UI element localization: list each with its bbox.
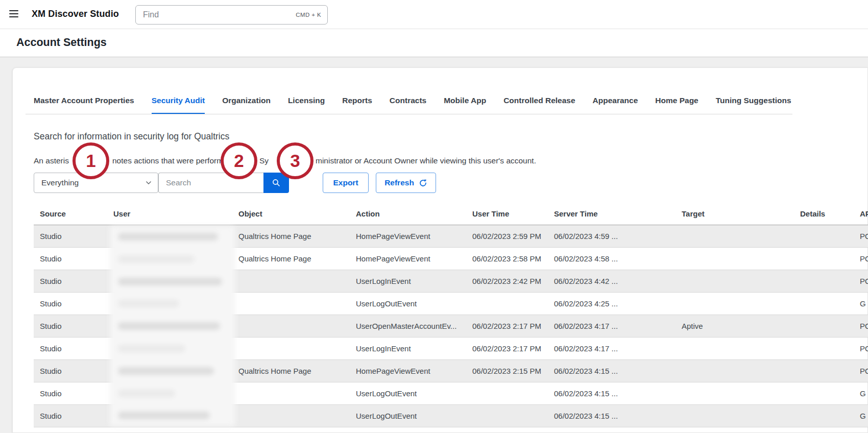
refresh-button[interactable]: Refresh: [376, 173, 436, 193]
cell-details: [800, 270, 860, 292]
cell-api: PO: [860, 225, 868, 247]
export-button-label: Export: [333, 178, 358, 187]
cell-action: UserLogOutEvent: [356, 404, 472, 427]
cell-user_time: 06/02/2023 2:15 PM: [472, 359, 554, 382]
cell-target: [682, 404, 800, 427]
cell-target: [682, 270, 800, 292]
cell-action: UserLogInEvent: [356, 270, 472, 292]
cell-user_time: 06/02/2023 2:58 PM: [472, 247, 554, 270]
refresh-button-label: Refresh: [384, 178, 414, 187]
cell-details: [800, 315, 860, 337]
cell-object: [238, 404, 356, 427]
section-title: Search for information in security log f…: [34, 131, 229, 142]
redacted-user-name: [118, 345, 185, 352]
tab-home-page[interactable]: Home Page: [655, 96, 698, 114]
cell-details: [800, 359, 860, 382]
cell-source: Studio: [34, 359, 113, 382]
annotation-callout-2: 2: [221, 142, 257, 179]
cell-source: Studio: [34, 315, 113, 337]
redacted-user-name: [118, 412, 210, 419]
redacted-user-name: [118, 255, 195, 263]
redacted-user-name: [118, 390, 175, 397]
tab-mobile-app[interactable]: Mobile App: [444, 96, 486, 114]
note-text-fragment: notes actions that were perform: [112, 156, 223, 165]
tab-reports[interactable]: Reports: [342, 96, 372, 114]
cell-target: [682, 359, 800, 382]
find-input[interactable]: Find CMD + K: [135, 5, 328, 25]
cell-server_time: 06/02/2023 4:58 ...: [554, 247, 682, 270]
cell-target: [682, 225, 800, 247]
cell-user_time: [472, 292, 554, 315]
note-text-fragment: An asteris: [34, 156, 69, 165]
cell-details: [800, 247, 860, 270]
column-header-object: Object: [238, 203, 356, 225]
chevron-down-icon: [146, 181, 152, 185]
redacted-user-name: [118, 322, 220, 330]
column-header-action: Action: [356, 203, 472, 225]
search-icon: [272, 178, 281, 187]
column-header-target: Target: [682, 203, 800, 225]
column-header-user_time: User Time: [472, 203, 554, 225]
cell-object: [238, 382, 356, 404]
tab-licensing[interactable]: Licensing: [288, 96, 325, 114]
tab-organization[interactable]: Organization: [222, 96, 271, 114]
page-title: Account Settings: [16, 36, 107, 49]
cell-server_time: 06/02/2023 4:42 ...: [554, 270, 682, 292]
tab-tuning-suggestions[interactable]: Tuning Suggestions: [716, 96, 791, 114]
cell-source: Studio: [34, 404, 113, 427]
cell-api: PO: [860, 337, 868, 359]
tab-security-audit[interactable]: Security Audit: [152, 96, 205, 114]
cell-server_time: 06/02/2023 4:15 ...: [554, 404, 682, 427]
cell-action: HomePageViewEvent: [356, 247, 472, 270]
annotation-callout-3: 3: [277, 142, 314, 179]
cell-object: [238, 270, 356, 292]
tab-contracts[interactable]: Contracts: [390, 96, 426, 114]
scope-dropdown-value: Everything: [41, 178, 146, 187]
cell-user_time: 06/02/2023 2:59 PM: [472, 225, 554, 247]
cell-details: [800, 382, 860, 404]
cell-api: PO: [860, 359, 868, 382]
cell-source: Studio: [34, 270, 113, 292]
app-title: XM Discover Studio: [32, 9, 119, 19]
column-header-details: Details: [800, 203, 860, 225]
cell-user_time: 06/02/2023 2:42 PM: [472, 270, 554, 292]
cell-user_time: [472, 404, 554, 427]
tab-master-account-properties[interactable]: Master Account Properties: [34, 96, 134, 114]
cell-target: [682, 382, 800, 404]
tab-controlled-release[interactable]: Controlled Release: [503, 96, 575, 114]
cell-action: HomePageViewEvent: [356, 359, 472, 382]
cell-source: Studio: [34, 247, 113, 270]
cell-api: PO: [860, 247, 868, 270]
page-header-bar: Account Settings: [0, 29, 868, 57]
cell-object: [238, 292, 356, 315]
cell-object: Qualtrics Home Page: [238, 359, 356, 382]
cell-source: Studio: [34, 382, 113, 404]
cell-user_time: 06/02/2023 2:17 PM: [472, 337, 554, 359]
tab-appearance[interactable]: Appearance: [593, 96, 638, 114]
column-header-source: Source: [34, 203, 113, 225]
cell-source: Studio: [34, 292, 113, 315]
cell-server_time: 06/02/2023 4:15 ...: [554, 382, 682, 404]
table-header-row: SourceUserObjectActionUser TimeServer Ti…: [34, 203, 868, 225]
annotation-callout-1: 1: [73, 142, 109, 179]
cell-object: Qualtrics Home Page: [238, 225, 356, 247]
cell-action: HomePageViewEvent: [356, 225, 472, 247]
cell-target: Aptive: [682, 315, 800, 337]
cell-api: PO: [860, 315, 868, 337]
cell-api: G: [860, 404, 868, 427]
cell-api: G: [860, 382, 868, 404]
cell-details: [800, 404, 860, 427]
tab-strip-divider: [26, 114, 792, 114]
cell-action: UserOpenMasterAccountEv...: [356, 315, 472, 337]
redacted-user-name: [118, 367, 214, 375]
cell-target: [682, 292, 800, 315]
cell-details: [800, 337, 860, 359]
top-bar: XM Discover Studio Find CMD + K: [0, 0, 868, 29]
note-text-fragment: Sy: [259, 156, 269, 165]
hamburger-menu-icon[interactable]: [9, 10, 19, 18]
cell-server_time: 06/02/2023 4:15 ...: [554, 359, 682, 382]
cell-api: G: [860, 292, 868, 315]
note-text-fragment: ministrator or Account Owner while viewi…: [316, 156, 536, 165]
export-button[interactable]: Export: [323, 173, 369, 193]
cell-api: PO: [860, 270, 868, 292]
